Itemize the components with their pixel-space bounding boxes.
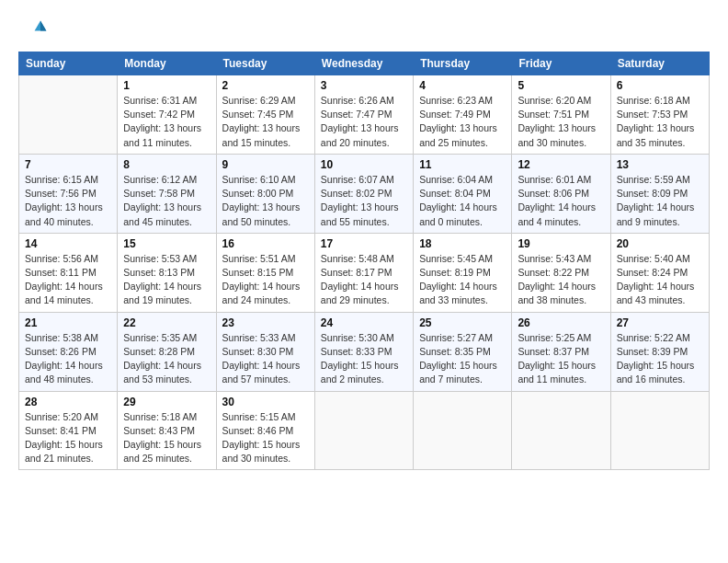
calendar-cell: 16Sunrise: 5:51 AMSunset: 8:15 PMDayligh… (216, 233, 314, 312)
day-detail: Sunrise: 6:04 AMSunset: 8:04 PMDaylight:… (419, 173, 506, 229)
calendar-cell: 9Sunrise: 6:10 AMSunset: 8:00 PMDaylight… (216, 154, 314, 233)
day-detail: Sunrise: 6:01 AMSunset: 8:06 PMDaylight:… (518, 173, 604, 229)
day-detail: Sunrise: 6:18 AMSunset: 7:53 PMDaylight:… (617, 94, 703, 150)
day-number: 16 (222, 237, 309, 250)
calendar-cell: 18Sunrise: 5:45 AMSunset: 8:19 PMDayligh… (414, 233, 512, 312)
day-number: 2 (222, 79, 309, 92)
day-number: 10 (321, 158, 407, 171)
weekday-header: Saturday (610, 52, 709, 75)
day-detail: Sunrise: 5:40 AMSunset: 8:24 PMDaylight:… (617, 252, 703, 308)
weekday-header: Wednesday (314, 52, 413, 75)
calendar-cell: 5Sunrise: 6:20 AMSunset: 7:51 PMDaylight… (512, 75, 610, 155)
day-detail: Sunrise: 5:48 AMSunset: 8:17 PMDaylight:… (321, 252, 407, 308)
calendar-cell: 14Sunrise: 5:56 AMSunset: 8:11 PMDayligh… (19, 233, 118, 312)
day-number: 25 (419, 316, 506, 329)
calendar-cell: 20Sunrise: 5:40 AMSunset: 8:24 PMDayligh… (610, 233, 709, 312)
calendar-cell: 29Sunrise: 5:18 AMSunset: 8:43 PMDayligh… (118, 391, 216, 470)
calendar-cell: 17Sunrise: 5:48 AMSunset: 8:17 PMDayligh… (314, 233, 413, 312)
day-detail: Sunrise: 6:23 AMSunset: 7:49 PMDaylight:… (419, 94, 506, 150)
calendar-cell: 13Sunrise: 5:59 AMSunset: 8:09 PMDayligh… (610, 154, 709, 233)
day-number: 22 (123, 316, 210, 329)
calendar-cell: 23Sunrise: 5:33 AMSunset: 8:30 PMDayligh… (216, 312, 314, 391)
page: SundayMondayTuesdayWednesdayThursdayFrid… (0, 0, 728, 563)
day-number: 21 (25, 316, 111, 329)
day-detail: Sunrise: 6:20 AMSunset: 7:51 PMDaylight:… (518, 94, 604, 150)
calendar-cell: 30Sunrise: 5:15 AMSunset: 8:46 PMDayligh… (216, 391, 314, 470)
calendar-cell: 6Sunrise: 6:18 AMSunset: 7:53 PMDaylight… (610, 75, 709, 155)
day-number: 26 (518, 316, 604, 329)
day-detail: Sunrise: 6:31 AMSunset: 7:42 PMDaylight:… (123, 94, 210, 150)
calendar-cell: 15Sunrise: 5:53 AMSunset: 8:13 PMDayligh… (118, 233, 216, 312)
day-detail: Sunrise: 5:38 AMSunset: 8:26 PMDaylight:… (25, 331, 111, 387)
day-number: 24 (321, 316, 407, 329)
header (18, 15, 710, 44)
day-detail: Sunrise: 5:53 AMSunset: 8:13 PMDaylight:… (123, 252, 210, 308)
day-detail: Sunrise: 5:35 AMSunset: 8:28 PMDaylight:… (123, 331, 210, 387)
day-number: 17 (321, 237, 407, 250)
calendar-week-row: 28Sunrise: 5:20 AMSunset: 8:41 PMDayligh… (19, 391, 710, 470)
logo (18, 15, 51, 44)
calendar-cell: 7Sunrise: 6:15 AMSunset: 7:56 PMDaylight… (19, 154, 118, 233)
svg-marker-1 (40, 20, 46, 30)
calendar-cell: 19Sunrise: 5:43 AMSunset: 8:22 PMDayligh… (512, 233, 610, 312)
calendar-week-row: 14Sunrise: 5:56 AMSunset: 8:11 PMDayligh… (19, 233, 710, 312)
day-detail: Sunrise: 5:20 AMSunset: 8:41 PMDaylight:… (25, 410, 111, 466)
day-number: 6 (617, 79, 703, 92)
calendar-table: SundayMondayTuesdayWednesdayThursdayFrid… (18, 52, 710, 470)
day-detail: Sunrise: 6:07 AMSunset: 8:02 PMDaylight:… (321, 173, 407, 229)
weekday-header: Thursday (414, 52, 512, 75)
calendar-cell: 3Sunrise: 6:26 AMSunset: 7:47 PMDaylight… (314, 75, 413, 155)
calendar-cell: 27Sunrise: 5:22 AMSunset: 8:39 PMDayligh… (610, 312, 709, 391)
day-detail: Sunrise: 5:25 AMSunset: 8:37 PMDaylight:… (518, 331, 604, 387)
day-detail: Sunrise: 5:51 AMSunset: 8:15 PMDaylight:… (222, 252, 309, 308)
calendar-cell: 24Sunrise: 5:30 AMSunset: 8:33 PMDayligh… (314, 312, 413, 391)
calendar-cell (512, 391, 610, 470)
day-number: 29 (123, 396, 210, 408)
day-number: 18 (419, 237, 506, 250)
day-number: 28 (25, 396, 111, 408)
weekday-header: Tuesday (216, 52, 314, 75)
calendar-cell: 12Sunrise: 6:01 AMSunset: 8:06 PMDayligh… (512, 154, 610, 233)
weekday-header: Sunday (19, 52, 118, 75)
day-number: 4 (419, 79, 506, 92)
day-number: 7 (25, 158, 111, 171)
day-number: 3 (321, 79, 407, 92)
day-detail: Sunrise: 5:59 AMSunset: 8:09 PMDaylight:… (617, 173, 703, 229)
day-number: 30 (222, 396, 309, 408)
day-number: 9 (222, 158, 309, 171)
calendar-cell: 28Sunrise: 5:20 AMSunset: 8:41 PMDayligh… (19, 391, 118, 470)
calendar-week-row: 1Sunrise: 6:31 AMSunset: 7:42 PMDaylight… (19, 75, 710, 155)
day-number: 20 (617, 237, 703, 250)
calendar-week-row: 7Sunrise: 6:15 AMSunset: 7:56 PMDaylight… (19, 154, 710, 233)
day-detail: Sunrise: 6:12 AMSunset: 7:58 PMDaylight:… (123, 173, 210, 229)
calendar-cell: 2Sunrise: 6:29 AMSunset: 7:45 PMDaylight… (216, 75, 314, 155)
day-number: 11 (419, 158, 506, 171)
day-detail: Sunrise: 5:33 AMSunset: 8:30 PMDaylight:… (222, 331, 309, 387)
calendar-cell: 21Sunrise: 5:38 AMSunset: 8:26 PMDayligh… (19, 312, 118, 391)
day-detail: Sunrise: 5:30 AMSunset: 8:33 PMDaylight:… (321, 331, 407, 387)
calendar-cell: 10Sunrise: 6:07 AMSunset: 8:02 PMDayligh… (314, 154, 413, 233)
calendar-cell: 25Sunrise: 5:27 AMSunset: 8:35 PMDayligh… (414, 312, 512, 391)
day-number: 8 (123, 158, 210, 171)
day-detail: Sunrise: 5:22 AMSunset: 8:39 PMDaylight:… (617, 331, 703, 387)
day-detail: Sunrise: 6:15 AMSunset: 7:56 PMDaylight:… (25, 173, 111, 229)
calendar-cell (610, 391, 709, 470)
weekday-header: Friday (512, 52, 610, 75)
calendar-cell: 4Sunrise: 6:23 AMSunset: 7:49 PMDaylight… (414, 75, 512, 155)
calendar-cell: 22Sunrise: 5:35 AMSunset: 8:28 PMDayligh… (118, 312, 216, 391)
day-number: 19 (518, 237, 604, 250)
logo-icon (18, 15, 48, 44)
weekday-header: Monday (118, 52, 216, 75)
calendar-header-row: SundayMondayTuesdayWednesdayThursdayFrid… (19, 52, 710, 75)
day-detail: Sunrise: 6:29 AMSunset: 7:45 PMDaylight:… (222, 94, 309, 150)
calendar-cell (414, 391, 512, 470)
day-number: 27 (617, 316, 703, 329)
day-number: 14 (25, 237, 111, 250)
calendar-week-row: 21Sunrise: 5:38 AMSunset: 8:26 PMDayligh… (19, 312, 710, 391)
day-number: 23 (222, 316, 309, 329)
day-detail: Sunrise: 5:27 AMSunset: 8:35 PMDaylight:… (419, 331, 506, 387)
calendar-cell (314, 391, 413, 470)
day-number: 13 (617, 158, 703, 171)
day-detail: Sunrise: 5:45 AMSunset: 8:19 PMDaylight:… (419, 252, 506, 308)
day-detail: Sunrise: 6:26 AMSunset: 7:47 PMDaylight:… (321, 94, 407, 150)
